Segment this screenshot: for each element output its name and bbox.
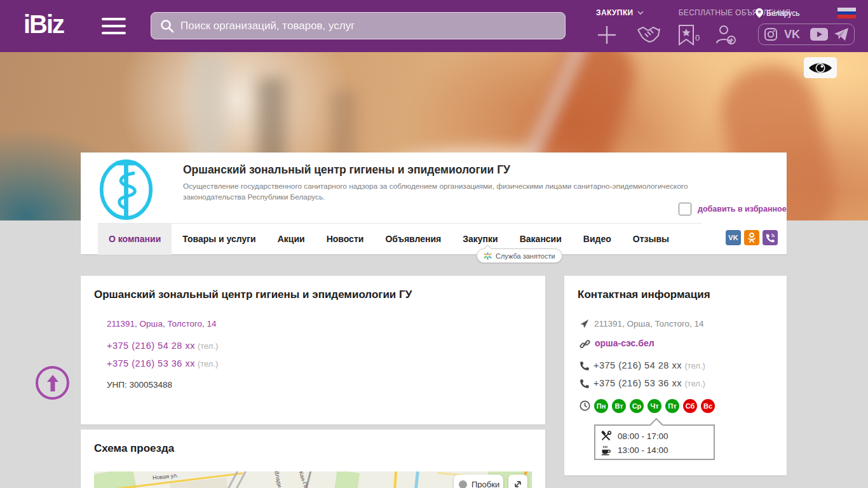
user-add-icon[interactable]: [714, 24, 737, 46]
contact-phone-1[interactable]: +375 (216) 54 28 xx (тел.): [593, 360, 705, 370]
tab-ads[interactable]: Объявления: [374, 224, 452, 255]
favorites-bookmark-star-icon[interactable]: [677, 24, 695, 46]
company-social-links: VK: [726, 230, 778, 245]
phone-line-1: +375 (216) 54 28 xx (тел.): [107, 341, 218, 351]
map-expand-button[interactable]: [508, 475, 527, 488]
clock-icon: [580, 400, 590, 411]
tab-promotions[interactable]: Акции: [267, 224, 316, 255]
tab-products[interactable]: Товары и услуги: [172, 224, 266, 255]
lunch-break-cup-icon: [600, 445, 611, 456]
phone-icon: [580, 379, 590, 389]
company-name: Оршанский зональный центр гигиены и эпид…: [183, 163, 510, 177]
about-title: Оршанский зональный центр гигиены и эпид…: [94, 288, 412, 301]
break-hours: 13:00 - 14:00: [618, 445, 668, 455]
add-plus-icon[interactable]: [596, 24, 618, 46]
company-unp: УНП: 300053488: [107, 380, 172, 390]
navigation-arrow-icon: [580, 319, 589, 329]
vk-social-icon[interactable]: VK: [726, 230, 741, 245]
street-label-2: Влади…: [273, 471, 284, 488]
company-tabs: О компании Товары и услуги Акции Новости…: [98, 223, 702, 254]
map-canvas[interactable]: Новая ул. Влади… Кан-По… Пробки: [94, 471, 532, 488]
day-tuesday[interactable]: Вт: [612, 399, 626, 413]
accessibility-eye-button[interactable]: [804, 57, 837, 78]
favorite-label: добавить в избранное: [698, 205, 787, 214]
language-flag-russian[interactable]: [837, 8, 856, 18]
favorite-checkbox[interactable]: [679, 203, 691, 215]
working-hours-popover: 08:00 - 17:00 13:00 - 14:00: [594, 424, 715, 460]
site-logo[interactable]: iBiz: [24, 10, 64, 39]
contact-title: Контактная информация: [578, 288, 710, 301]
employment-service-spark-icon: [484, 252, 492, 260]
company-logo-caduceus: [95, 157, 157, 220]
day-saturday[interactable]: Сб: [683, 399, 697, 413]
day-friday[interactable]: Пт: [665, 399, 679, 413]
top-header: iBiz ЗАКУПКИ БЕСПЛАТНЫЕ ОБЪЯВЛЕНИЯ Белар…: [0, 0, 868, 52]
expand-arrows-icon: [513, 479, 523, 488]
traffic-label: Пробки: [471, 480, 499, 488]
about-company-card: Оршанский зональный центр гигиены и эпид…: [81, 276, 545, 424]
contact-phone-2[interactable]: +375 (216) 53 36 xx (тел.): [593, 378, 705, 388]
youtube-icon[interactable]: [810, 28, 828, 41]
traffic-button[interactable]: Пробки: [454, 475, 503, 488]
phone-icon: [580, 361, 590, 371]
tab-reviews[interactable]: Отзывы: [622, 224, 680, 255]
route-map-card: Схема проезда Новая ул. Влади… Кан-По… П…: [81, 430, 545, 488]
contact-info-card: Контактная информация 211391, Орша, Толс…: [564, 276, 787, 475]
instagram-icon[interactable]: [764, 27, 778, 41]
arrow-up-icon: [46, 374, 60, 392]
day-monday[interactable]: Пн: [594, 399, 608, 413]
company-address-link[interactable]: 211391, Орша, Толстого, 14: [107, 319, 217, 329]
tab-news[interactable]: Новости: [316, 224, 375, 255]
company-description: Осуществление государственного санитарно…: [183, 181, 729, 202]
phone-line-2: +375 (216) 53 36 xx (тел.): [107, 358, 218, 369]
link-icon: [580, 339, 590, 349]
search-bar: [151, 12, 566, 39]
company-website-link[interactable]: орша-сэс.бел: [595, 338, 654, 348]
work-hours: 08:00 - 17:00: [618, 431, 668, 441]
search-icon: [160, 19, 174, 33]
phone-number-2[interactable]: +375 (216) 53 36 xx: [107, 358, 195, 369]
traffic-light-icon: [459, 480, 467, 488]
location-pin-icon: [756, 8, 763, 18]
telegram-icon[interactable]: [834, 27, 849, 41]
odnoklassniki-icon[interactable]: [744, 230, 759, 245]
viber-icon[interactable]: [763, 230, 778, 245]
day-sunday[interactable]: Вс: [701, 399, 715, 413]
day-wednesday[interactable]: Ср: [630, 399, 644, 413]
handshake-icon[interactable]: [636, 25, 661, 44]
favorites-count: 0: [695, 33, 700, 43]
working-days: Пн Вт Ср Чт Пт Сб Вс: [594, 399, 719, 413]
map-title: Схема проезда: [94, 442, 174, 455]
day-thursday[interactable]: Чт: [648, 399, 661, 413]
chevron-down-icon: [637, 10, 644, 15]
company-header-card: Оршанский зональный центр гигиены и эпид…: [81, 152, 787, 254]
add-to-favorites[interactable]: добавить в избранное: [679, 203, 787, 215]
search-input[interactable]: [180, 20, 565, 32]
vk-icon[interactable]: VK: [783, 28, 805, 41]
region-selector[interactable]: Беларусь: [756, 8, 799, 18]
vacancies-tooltip: Служба занятости: [477, 248, 562, 263]
svg-text:VK: VK: [784, 28, 800, 41]
tab-video[interactable]: Видео: [573, 224, 622, 255]
header-social-links: VK: [758, 24, 855, 45]
street-label-1: Новая ул.: [153, 472, 179, 481]
nav-zakupki[interactable]: ЗАКУПКИ: [596, 8, 644, 17]
vacancies-tooltip-label: Служба занятости: [496, 252, 555, 260]
back-to-top-button[interactable]: [36, 366, 69, 400]
phone-note-1: (тел.): [198, 341, 218, 351]
phone-note-2: (тел.): [198, 359, 218, 369]
eye-icon: [808, 60, 833, 76]
work-tools-icon: [600, 431, 611, 442]
hamburger-menu-icon[interactable]: [102, 18, 126, 34]
tab-about[interactable]: О компании: [98, 224, 172, 255]
contact-address: 211391, Орша, Толстого, 14: [594, 319, 704, 329]
phone-number-1[interactable]: +375 (216) 54 28 xx: [107, 341, 195, 351]
